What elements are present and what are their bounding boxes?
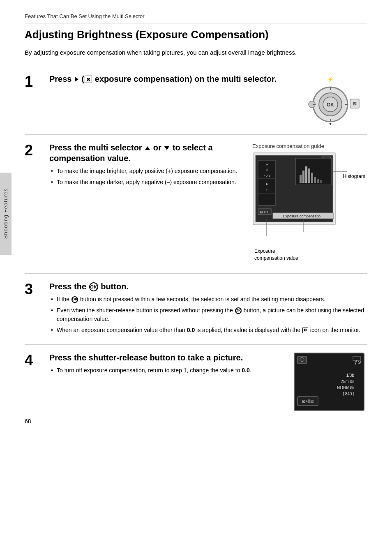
page-number: 68 — [25, 417, 31, 426]
svg-text:25m 0s: 25m 0s — [341, 379, 354, 384]
step-3-bullet-1: If the OK button is not pressed within a… — [49, 295, 367, 304]
svg-text:▶: ▶ — [266, 182, 269, 186]
section-header: Features That Can Be Set Using the Multi… — [25, 12, 367, 23]
step-4: 4 Press the shutter-release button to ta… — [25, 344, 367, 422]
step-4-content: Press the shutter-release button to take… — [49, 352, 367, 415]
camera-screen-svg: ƒ⊙ 1/3b 25m 0s NORM⊠r [ 840 ] ⊠+0⊠ — [293, 352, 365, 412]
step-1-title: Press (⊠ exposure compensation) on the m… — [49, 74, 277, 84]
step-4-camera-screen: ƒ⊙ 1/3b 25m 0s NORM⊠r [ 840 ] ⊠+0⊠ — [293, 352, 367, 415]
svg-text:⊟: ⊟ — [266, 188, 269, 192]
intro-text: By adjusting exposure compensation when … — [25, 48, 367, 58]
down-arrow-icon — [164, 146, 169, 150]
svg-rect-25 — [300, 175, 302, 183]
svg-text:ƒ⊙: ƒ⊙ — [355, 360, 361, 365]
svg-text:⊞: ⊞ — [266, 168, 269, 172]
ok-button-icon: OK — [89, 282, 98, 291]
step-2-content: Press the multi selector or to select a … — [49, 142, 367, 241]
step-2-bullet-2: To make the image darker, apply negative… — [49, 178, 244, 187]
histogram-label: Histogram — [343, 173, 365, 180]
svg-text:▾: ▾ — [329, 121, 332, 127]
svg-text:⚡: ⚡ — [327, 76, 334, 82]
step-1: 1 Press (⊠ exposure compensation) on the… — [25, 66, 367, 134]
step-2-row: Press the multi selector or to select a … — [49, 142, 367, 241]
step-3-bullets: If the OK button is not pressed within a… — [49, 295, 367, 335]
step-3-content: Press the OK button. If the OK button is… — [49, 281, 367, 337]
step-1-content: Press (⊠ exposure compensation) on the m… — [49, 74, 277, 88]
svg-text:⊠ 0.0: ⊠ 0.0 — [260, 210, 269, 214]
svg-text:OK: OK — [327, 102, 334, 108]
step-2-left: Press the multi selector or to select a … — [49, 142, 244, 189]
step-3: 3 Press the OK button. If the OK button … — [25, 273, 367, 344]
main-title: Adjusting Brightness (Exposure Compensat… — [25, 27, 367, 43]
diagram-wrapper: + ⊞ +0.3 ▶ ⊟ — [252, 152, 363, 241]
exp-comp-icon: ⊠ — [85, 76, 92, 83]
step-1-image: ⚡ OK ⊠ ▾ — [285, 74, 367, 127]
exposure-comp-guide-label: Exposure compensation guide — [252, 142, 324, 150]
svg-text:+0.3: +0.3 — [264, 174, 270, 178]
svg-rect-26 — [302, 171, 304, 183]
step-4-number: 4 — [25, 353, 41, 368]
step-2-number: 2 — [25, 143, 41, 158]
step-3-title: Press the OK button. — [49, 281, 367, 292]
camera-dial-svg: ⚡ OK ⊠ ▾ — [289, 74, 363, 127]
step-3-number: 3 — [25, 282, 41, 297]
svg-text:Exposure compensatio...: Exposure compensatio... — [283, 214, 323, 218]
exposure-diagram-svg: + ⊞ +0.3 ▶ ⊟ — [252, 152, 363, 238]
step-4-title: Press the shutter-release button to take… — [49, 352, 285, 363]
page-container: Shooting Features Features That Can Be S… — [0, 0, 392, 438]
step-2: 2 Press the multi selector or to select … — [25, 134, 367, 249]
sidebar-label: Shooting Features — [2, 188, 10, 239]
svg-rect-27 — [305, 166, 307, 183]
svg-rect-32 — [320, 180, 322, 183]
svg-text:⊠+0⊠: ⊠+0⊠ — [302, 399, 313, 404]
ok-inline-icon2: OK — [235, 307, 242, 314]
svg-rect-28 — [308, 168, 310, 183]
svg-rect-29 — [311, 173, 313, 183]
step-4-left: Press the shutter-release button to take… — [49, 352, 285, 377]
svg-text:NORM⊠r: NORM⊠r — [337, 385, 355, 390]
step-2-bullet-1: To make the image brighter, apply positi… — [49, 167, 244, 175]
step-4-bullet-1: To turn off exposure compensation, retur… — [49, 366, 285, 375]
step-2-title: Press the multi selector or to select a … — [49, 142, 244, 164]
exp-inline-icon: ⊠ — [302, 328, 308, 333]
up-arrow-icon — [145, 146, 150, 150]
step-3-bullet-2: Even when the shutter-release button is … — [49, 306, 367, 323]
step-4-bullets: To turn off exposure compensation, retur… — [49, 366, 285, 375]
svg-text:⊠: ⊠ — [353, 101, 357, 106]
svg-text:+: + — [266, 163, 268, 167]
step-3-bullet-3: When an exposure compensation value othe… — [49, 326, 367, 335]
step-2-bullets: To make the image brighter, apply positi… — [49, 167, 244, 187]
svg-text:1/3b: 1/3b — [346, 373, 355, 378]
ok-inline-icon: OK — [71, 296, 78, 303]
sidebar-tab: Shooting Features — [0, 173, 12, 255]
svg-rect-31 — [317, 179, 319, 183]
step-2-diagram-area: Exposure compensation guide — [252, 142, 367, 241]
exp-comp-value-label: Exposurecompensation value — [254, 248, 298, 262]
step-1-number: 1 — [25, 74, 41, 89]
step-4-row: Press the shutter-release button to take… — [49, 352, 367, 415]
svg-text:[ 840 ]: [ 840 ] — [343, 392, 354, 396]
svg-rect-30 — [314, 177, 316, 183]
right-arrow-icon — [75, 77, 78, 82]
